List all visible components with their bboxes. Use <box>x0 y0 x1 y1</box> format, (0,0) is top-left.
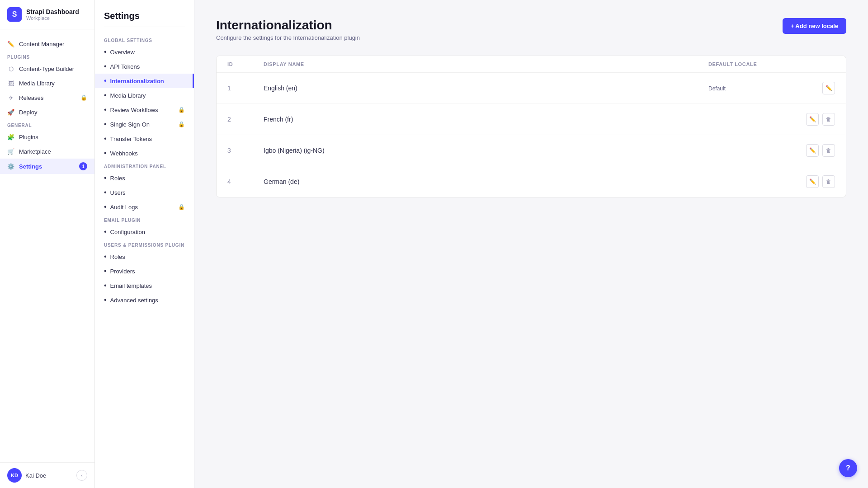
rocket-icon: 🚀 <box>7 108 14 116</box>
table-row: 3 Igbo (Nigeria) (ig-NG) ✏️ 🗑 <box>217 135 846 166</box>
add-locale-button[interactable]: + Add new locale <box>783 18 846 34</box>
row-actions: ✏️ 🗑 <box>799 144 835 157</box>
settings-item-up-roles[interactable]: Roles <box>95 249 194 264</box>
page-subtitle: Configure the settings for the Internati… <box>216 34 360 41</box>
settings-item-users[interactable]: Users <box>95 185 194 200</box>
sidebar-item-content-type-builder[interactable]: ⬡ Content-Type Builder <box>0 61 94 76</box>
page-header: Internationalization Configure the setti… <box>216 18 846 41</box>
sidebar-item-plugins[interactable]: 🧩 Plugins <box>0 130 94 144</box>
gear-icon: ⚙️ <box>7 163 14 170</box>
brand-logo: S <box>7 7 22 22</box>
user-name: Kai Doe <box>25 472 46 479</box>
cell-id: 4 <box>227 178 264 185</box>
settings-item-media-library[interactable]: Media Library <box>95 88 194 103</box>
row-actions: ✏️ 🗑 <box>799 175 835 188</box>
brand-text: Strapi Dashboard Workplace <box>26 8 79 21</box>
row-actions: ✏️ 🗑 <box>799 113 835 126</box>
settings-item-configuration[interactable]: Configuration <box>95 225 194 239</box>
settings-item-api-tokens[interactable]: API Tokens <box>95 59 194 74</box>
sidebar-item-settings[interactable]: ⚙️ Settings 1 <box>0 159 94 174</box>
settings-item-audit-logs[interactable]: Audit Logs🔒 <box>95 200 194 214</box>
lock-icon: 🔒 <box>178 121 185 127</box>
column-default-locale: Default Locale <box>708 61 799 67</box>
default-badge: Default <box>708 85 726 92</box>
column-display-name: Display Name <box>264 61 708 67</box>
cell-default-locale: Default <box>708 84 799 92</box>
locales-table: ID Display Name Default Locale 1 English… <box>216 56 846 197</box>
layers-icon: ⬡ <box>7 65 14 72</box>
brand-header: S Strapi Dashboard Workplace <box>0 0 94 29</box>
sidebar-item-label: Releases <box>19 94 43 101</box>
pencil-icon: ✏️ <box>7 40 14 47</box>
edit-button[interactable]: ✏️ <box>806 113 819 126</box>
image-icon: 🖼 <box>7 80 14 87</box>
sidebar-item-deploy[interactable]: 🚀 Deploy <box>0 105 94 119</box>
section-email-plugin: Email Plugin <box>95 214 194 225</box>
collapse-button[interactable]: ‹ <box>76 470 87 481</box>
cell-display-name: Igbo (Nigeria) (ig-NG) <box>264 147 708 154</box>
settings-item-roles[interactable]: Roles <box>95 171 194 185</box>
main-content: Internationalization Configure the setti… <box>194 0 868 488</box>
settings-item-review-workflows[interactable]: Review Workflows🔒 <box>95 103 194 117</box>
page-title: Internationalization <box>216 18 360 33</box>
sidebar-item-media-library[interactable]: 🖼 Media Library <box>0 76 94 90</box>
settings-panel: Settings Global Settings Overview API To… <box>95 0 194 488</box>
row-actions: ✏️ <box>799 82 835 94</box>
delete-button[interactable]: 🗑 <box>822 113 835 126</box>
cell-display-name: English (en) <box>264 84 708 92</box>
brand-workspace: Workplace <box>26 15 79 21</box>
settings-divider <box>104 27 185 27</box>
settings-item-email-templates[interactable]: Email templates <box>95 278 194 293</box>
table-row: 4 German (de) ✏️ 🗑 <box>217 166 846 197</box>
edit-button[interactable]: ✏️ <box>822 82 835 94</box>
cell-display-name: French (fr) <box>264 116 708 123</box>
delete-button[interactable]: 🗑 <box>822 175 835 188</box>
cell-display-name: German (de) <box>264 178 708 185</box>
delete-button[interactable]: 🗑 <box>822 144 835 157</box>
sidebar-item-label: Plugins <box>19 134 38 141</box>
sidebar: S Strapi Dashboard Workplace ✏️ Content … <box>0 0 95 488</box>
table-row: 2 French (fr) ✏️ 🗑 <box>217 104 846 135</box>
settings-item-internationalization[interactable]: Internationalization <box>95 74 194 88</box>
sidebar-item-releases[interactable]: ✈ Releases 🔒 <box>0 90 94 105</box>
section-administration-panel: Administration Panel <box>95 160 194 171</box>
sidebar-item-label: Deploy <box>19 109 37 116</box>
sidebar-item-label: Marketplace <box>19 148 51 155</box>
sidebar-section-general: General <box>0 119 94 130</box>
settings-panel-title: Settings <box>95 0 194 25</box>
sidebar-section-plugins: Plugins <box>0 51 94 61</box>
lock-icon: 🔒 <box>178 204 185 210</box>
settings-item-overview[interactable]: Overview <box>95 45 194 59</box>
edit-button[interactable]: ✏️ <box>806 175 819 188</box>
sidebar-nav: ✏️ Content Manager Plugins ⬡ Content-Typ… <box>0 29 94 462</box>
settings-item-webhooks[interactable]: Webhooks <box>95 146 194 160</box>
sidebar-footer: KD Kai Doe ‹ <box>0 462 94 488</box>
paper-plane-icon: ✈ <box>7 94 14 101</box>
sidebar-item-label: Settings <box>19 163 42 170</box>
cell-id: 1 <box>227 84 264 92</box>
lock-icon: 🔒 <box>178 107 185 113</box>
settings-item-providers[interactable]: Providers <box>95 264 194 278</box>
user-info[interactable]: KD Kai Doe <box>7 468 46 483</box>
lock-icon: 🔒 <box>80 94 87 101</box>
puzzle-icon: 🧩 <box>7 133 14 141</box>
shopping-cart-icon: 🛒 <box>7 148 14 155</box>
sidebar-item-content-manager[interactable]: ✏️ Content Manager <box>0 37 94 51</box>
cell-id: 2 <box>227 116 264 123</box>
cell-id: 3 <box>227 147 264 154</box>
settings-badge: 1 <box>79 162 87 170</box>
page-header-text: Internationalization Configure the setti… <box>216 18 360 41</box>
column-id: ID <box>227 61 264 67</box>
sidebar-item-label: Content Manager <box>19 41 64 47</box>
settings-item-transfer-tokens[interactable]: Transfer Tokens <box>95 131 194 146</box>
settings-item-advanced-settings[interactable]: Advanced settings <box>95 293 194 307</box>
sidebar-item-marketplace[interactable]: 🛒 Marketplace <box>0 144 94 159</box>
brand-name: Strapi Dashboard <box>26 8 79 15</box>
edit-button[interactable]: ✏️ <box>806 144 819 157</box>
settings-item-single-sign-on[interactable]: Single Sign-On🔒 <box>95 117 194 131</box>
help-button[interactable]: ? <box>839 459 857 477</box>
table-row: 1 English (en) Default ✏️ <box>217 73 846 104</box>
sidebar-item-label: Media Library <box>19 80 55 87</box>
section-users-permissions: Users & Permissions Plugin <box>95 239 194 249</box>
sidebar-item-label: Content-Type Builder <box>19 66 74 72</box>
